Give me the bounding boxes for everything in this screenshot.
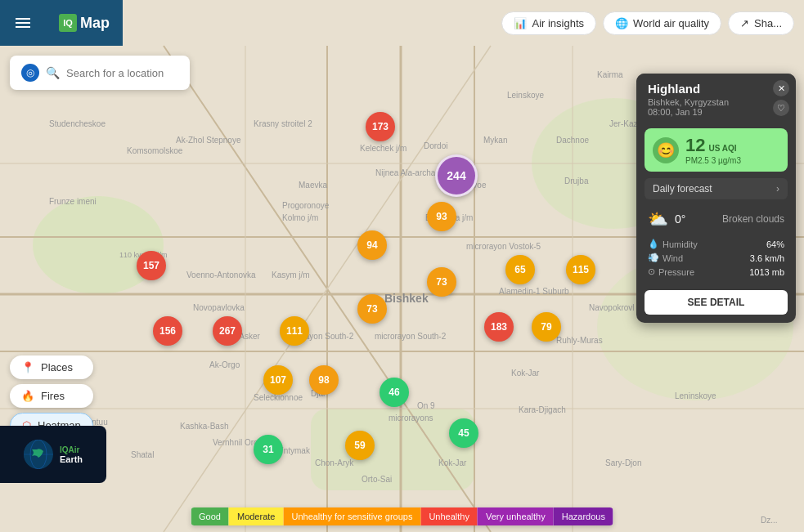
svg-text:Navopokrovl: Navopokrovl <box>589 303 635 312</box>
wind-stat-icon: 💨 <box>648 253 659 263</box>
aqi-face-icon: 😊 <box>653 137 679 163</box>
air-insights-label: Air insights <box>532 17 584 29</box>
places-button[interactable]: 📍 Places <box>10 355 93 379</box>
svg-text:Nijnea Ala-archa: Nijnea Ala-archa <box>375 168 436 177</box>
svg-text:Leninskoye: Leninskoye <box>675 391 716 400</box>
aqi-marker-m10[interactable]: 183 <box>484 312 514 342</box>
aqi-marker-m3[interactable]: 93 <box>427 202 456 231</box>
svg-text:Novopavlovka: Novopavlovka <box>193 303 245 312</box>
search-bar: ◎ 🔍 <box>10 56 190 90</box>
aqi-value: 12 <box>685 135 705 156</box>
aqi-marker-m8[interactable]: 115 <box>566 255 595 284</box>
places-icon: 📍 <box>21 361 34 373</box>
aqi-marker-m19[interactable]: 59 <box>345 431 375 460</box>
panel-header: ✕ Highland Bishkek, Kyrgyzstan 08:00, Ja… <box>636 74 796 122</box>
aqi-marker-m2[interactable]: 173 <box>366 112 395 141</box>
search-container: ◎ 🔍 <box>10 56 190 90</box>
sidebar-toggle-button[interactable] <box>0 0 46 46</box>
pressure-row: ⊙ Pressure 1013 mb <box>648 266 784 277</box>
legend-item: Very unhealthy <box>478 507 554 525</box>
svg-text:Kara-Djigach: Kara-Djigach <box>519 405 566 414</box>
daily-forecast-button[interactable]: Daily forecast › <box>645 178 788 199</box>
aqi-marker-m6[interactable]: 73 <box>357 294 387 324</box>
air-insights-button[interactable]: 📊 Air insights <box>501 11 596 35</box>
svg-text:Orto-Sai: Orto-Sai <box>362 475 392 484</box>
forecast-label: Daily forecast <box>653 183 712 194</box>
svg-text:Kasym j/m: Kasym j/m <box>272 270 310 279</box>
svg-text:Krasny stroitel 2: Krasny stroitel 2 <box>254 119 312 128</box>
svg-text:Shatal: Shatal <box>131 450 154 459</box>
detail-panel: ✕ Highland Bishkek, Kyrgyzstan 08:00, Ja… <box>636 74 796 323</box>
weather-cloud-icon: ⛅ <box>648 209 668 229</box>
logo-area[interactable]: IQ Map <box>46 0 123 46</box>
header: IQ Map 📊 Air insights 🌐 World air qualit… <box>0 0 804 46</box>
earth-text: IQAir Earth <box>60 445 83 464</box>
station-location: Bishkek, Kyrgyzstan <box>648 97 784 107</box>
pressure-label: ⊙ Pressure <box>648 266 694 277</box>
aqi-marker-m7[interactable]: 65 <box>505 255 535 284</box>
aqi-marker-m15[interactable]: 107 <box>263 365 293 395</box>
svg-text:Voenno-Antonovka: Voenno-Antonovka <box>186 270 256 279</box>
aqi-marker-m20[interactable]: 31 <box>254 435 283 464</box>
places-label: Places <box>41 361 73 373</box>
legend-item: Good <box>191 507 229 525</box>
svg-text:Ak-Orgo: Ak-Orgo <box>209 360 240 369</box>
temperature-value: 0° <box>675 212 685 226</box>
svg-text:Progoronoye: Progoronoye <box>282 201 330 210</box>
stats-section: 💧 Humidity 64% 💨 Wind 3.6 km/h ⊙ Pressur… <box>636 235 796 285</box>
my-location-icon[interactable]: ◎ <box>21 64 39 82</box>
svg-text:Yntymak: Yntymak <box>278 446 311 455</box>
aqi-marker-m18[interactable]: 45 <box>449 418 478 448</box>
svg-text:Dordoi: Dordoi <box>424 141 447 150</box>
hamburger-icon <box>16 18 30 28</box>
svg-text:Komsomolskoe: Komsomolskoe <box>127 146 183 155</box>
legend: GoodModerateUnhealthy for sensitive grou… <box>191 507 613 525</box>
humidity-label: 💧 Humidity <box>648 239 698 249</box>
aqi-section: 😊 12 US AQI PM2.5 3 µg/m3 <box>645 128 788 172</box>
world-air-quality-button[interactable]: 🌐 World air quality <box>603 11 721 35</box>
pressure-value: 1013 mb <box>749 267 784 277</box>
aqi-marker-m11[interactable]: 157 <box>137 251 166 280</box>
fire-icon: 🔥 <box>21 390 34 402</box>
aqi-marker-m17[interactable]: 46 <box>380 378 409 407</box>
aqi-marker-m14[interactable]: 111 <box>280 316 309 346</box>
aqi-marker-m9[interactable]: 79 <box>532 312 561 342</box>
svg-text:Leinskoye: Leinskoye <box>507 91 544 100</box>
svg-text:Kashka-Bash: Kashka-Bash <box>180 422 228 431</box>
aqi-marker-m13[interactable]: 267 <box>213 316 242 346</box>
aqi-marker-m12[interactable]: 156 <box>153 316 182 346</box>
wind-value: 3.6 km/h <box>750 253 784 263</box>
search-icon: 🔍 <box>46 66 60 79</box>
logo-text: IQ Map <box>59 14 110 32</box>
svg-text:Ruhly-Muras: Ruhly-Muras <box>556 336 603 345</box>
legend-item: Unhealthy for sensitive groups <box>283 507 420 525</box>
station-time: 08:00, Jan 19 <box>648 107 784 117</box>
aqi-marker-m4[interactable]: 94 <box>357 230 387 260</box>
aqi-pm-value: PM2.5 3 µg/m3 <box>685 156 741 165</box>
svg-text:Sary-Djon: Sary-Djon <box>605 458 641 467</box>
aqi-marker-m16[interactable]: 98 <box>309 365 339 395</box>
svg-text:Drujba: Drujba <box>564 177 589 186</box>
earth-brand: IQAir <box>60 445 83 454</box>
panel-close-button[interactable]: ✕ <box>773 80 789 96</box>
aqi-marker-m1[interactable]: 244 <box>435 154 478 197</box>
svg-text:Kok-Jar: Kok-Jar <box>511 369 540 378</box>
svg-text:Studencheskoe: Studencheskoe <box>49 119 106 128</box>
legend-item: Unhealthy <box>420 507 478 525</box>
earth-label: Earth <box>60 454 83 464</box>
fires-button[interactable]: 🔥 Fires <box>10 384 93 408</box>
earth-widget[interactable]: IQAir Earth <box>0 426 106 483</box>
favorite-button[interactable]: ♡ <box>773 100 789 116</box>
svg-text:Frunze imeni: Frunze imeni <box>49 197 97 206</box>
svg-text:Dz...: Dz... <box>761 516 778 525</box>
pressure-icon: ⊙ <box>648 266 655 277</box>
aqi-unit-label: US AQI <box>708 144 736 153</box>
svg-text:Ak-Zhol Stepnoye: Ak-Zhol Stepnoye <box>176 136 241 145</box>
svg-text:Maevka: Maevka <box>299 181 327 190</box>
search-input[interactable] <box>66 67 178 79</box>
share-button[interactable]: ↗ Sha... <box>728 11 794 35</box>
aqi-marker-m5[interactable]: 73 <box>427 267 456 297</box>
logo-label: Map <box>80 15 110 32</box>
station-name: Highland <box>648 82 784 96</box>
see-detail-button[interactable]: SEE DETAIL <box>645 290 788 315</box>
